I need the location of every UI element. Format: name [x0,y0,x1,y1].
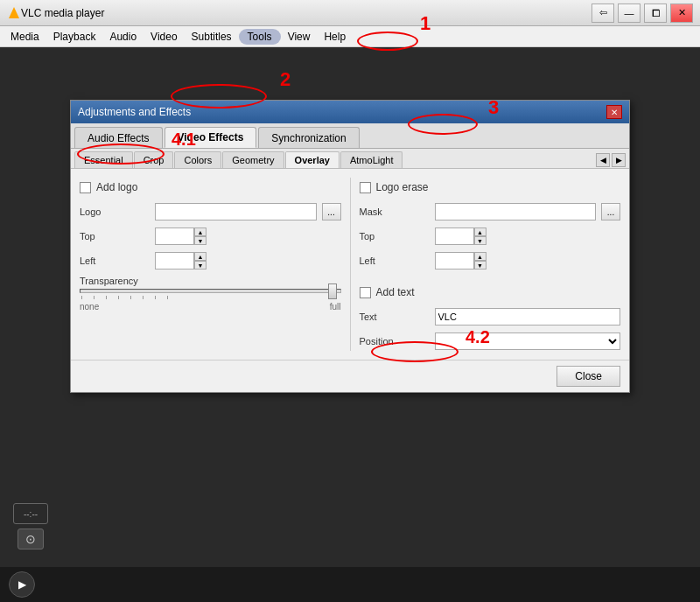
tick [81,296,82,299]
left-row-left: Left 0 px ▲ ▼ [80,251,341,270]
tick [118,296,119,299]
transparency-track[interactable] [80,289,341,293]
mask-input[interactable] [435,203,597,220]
add-logo-checkbox[interactable] [80,182,91,193]
transparency-section: Transparency [80,276,341,312]
logo-row: Logo ... [80,202,341,221]
add-text-checkbox[interactable] [360,287,371,298]
position-label: Position [360,336,430,346]
tab-next-arrow[interactable]: ▶ [612,153,626,167]
top-spinner-btns-left: ▲ ▼ [194,228,206,245]
main-tabs: Audio Effects Video Effects Synchronizat… [71,123,629,149]
tick [155,296,156,299]
window-title: VLC media player [21,7,592,19]
logo-panel: Add logo Logo ... Top 0 px ▲ ▼ [80,178,341,351]
maximize-button[interactable]: ⧠ [644,4,667,23]
logo-browse-button[interactable]: ... [322,203,341,220]
sub-tabs: Essential Crop Colors Geometry Overlay A… [71,149,629,169]
video-area: --:-- ⊙ Adjustments and Effects ✕ Audio … [0,47,700,567]
logo-input[interactable] [155,203,317,220]
logo-erase-label: Logo erase [376,181,429,193]
prev-button[interactable]: ⊙ [18,528,44,550]
slider-labels: none full [80,302,341,312]
add-text-label: Add text [376,286,415,298]
subtab-atmolight[interactable]: AtmoLight [340,151,403,168]
left-up-right[interactable]: ▲ [474,252,486,261]
left-label-left: Left [80,256,150,266]
add-logo-row: Add logo [80,178,341,197]
tick [94,296,94,299]
top-input-right[interactable]: 0 px [435,228,474,245]
logo-label: Logo [80,206,150,217]
left-up-left[interactable]: ▲ [194,252,206,261]
position-row: Position [360,332,621,351]
top-spinner-right: 0 px ▲ ▼ [435,228,486,245]
add-logo-label: Add logo [96,181,137,193]
subtab-essential[interactable]: Essential [74,151,133,168]
left-spinner-left: 0 px ▲ ▼ [155,252,206,270]
slider-full-label: full [330,302,341,312]
dialog-title: Adjustments and Effects [78,106,606,118]
top-down-left[interactable]: ▼ [194,236,206,245]
title-bar-controls: ⇦ — ⧠ ✕ [592,4,693,23]
top-spinner-btns-right: ▲ ▼ [474,228,486,245]
dialog-footer: Close [71,360,629,392]
text-input[interactable] [435,308,621,326]
logo-erase-checkbox[interactable] [360,182,371,193]
left-input-right[interactable]: 0 px [435,252,474,270]
menu-playback[interactable]: Playback [46,29,103,45]
top-up-right[interactable]: ▲ [474,228,486,236]
left-spinner-btns-right: ▲ ▼ [474,252,486,270]
menu-media[interactable]: Media [4,29,46,45]
play-button[interactable]: ▶ [9,571,35,598]
top-row-left: Top 0 px ▲ ▼ [80,227,341,246]
mask-row: Mask ... [360,202,621,221]
menu-help[interactable]: Help [317,29,353,45]
tab-prev-arrow[interactable]: ◀ [596,153,610,167]
left-input-left[interactable]: 0 px [155,252,194,270]
left-down-left[interactable]: ▼ [194,261,206,270]
mask-label: Mask [360,206,430,217]
dialog-title-bar: Adjustments and Effects ✕ [71,101,629,123]
left-controls: --:-- ⊙ [9,499,52,558]
top-down-right[interactable]: ▼ [474,236,486,245]
menu-video[interactable]: Video [144,29,184,45]
tab-video-effects[interactable]: Video Effects [164,127,257,148]
tab-audio-effects[interactable]: Audio Effects [74,127,163,148]
svg-rect-1 [11,15,17,18]
tab-synchronization[interactable]: Synchronization [258,127,359,148]
top-input-left[interactable]: 0 px [155,228,194,245]
tick [167,296,168,299]
tick [143,296,144,299]
tick [130,296,131,299]
text-label: Text [360,312,430,322]
left-spinner-btns-left: ▲ ▼ [194,252,206,270]
panel-divider [350,178,351,351]
position-select[interactable] [435,332,621,350]
back-button[interactable]: ⇦ [592,4,614,23]
bottom-bar: ▶ [0,567,700,602]
top-spinner-left: 0 px ▲ ▼ [155,228,206,245]
subtab-colors[interactable]: Colors [174,151,221,168]
slider-none-label: none [80,302,99,312]
menu-tools[interactable]: Tools [239,29,281,45]
subtab-geometry[interactable]: Geometry [222,151,284,168]
top-row-right: Top 0 px ▲ ▼ [360,227,621,246]
mask-browse-button[interactable]: ... [601,203,620,220]
close-button[interactable]: Close [556,366,620,387]
close-window-button[interactable]: ✕ [670,4,693,23]
subtab-crop[interactable]: Crop [134,151,174,168]
left-spinner-right: 0 px ▲ ▼ [435,252,486,270]
subtab-overlay[interactable]: Overlay [285,151,340,168]
left-down-right[interactable]: ▼ [474,261,486,270]
vlc-icon [7,6,21,20]
transparency-thumb[interactable] [328,284,337,299]
top-up-left[interactable]: ▲ [194,228,206,236]
menu-subtitles[interactable]: Subtitles [185,29,239,45]
minimize-button[interactable]: — [618,4,640,23]
menu-view[interactable]: View [281,29,318,45]
text-row: Text [360,307,621,326]
top-label-left: Top [80,231,150,242]
menu-audio[interactable]: Audio [102,29,144,45]
dialog-close-button[interactable]: ✕ [606,105,622,119]
